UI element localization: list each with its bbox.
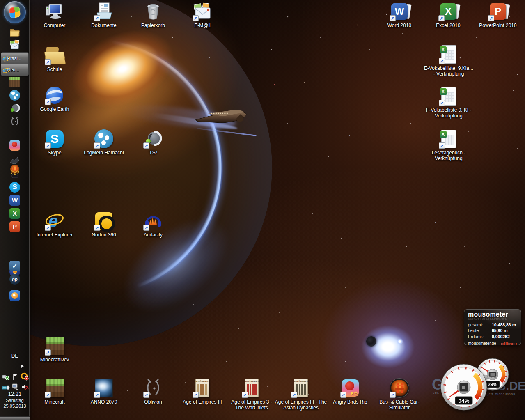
taskbar-icon-hp-tools[interactable]	[9, 274, 20, 285]
taskbar-icon-powerpoint[interactable]	[9, 221, 20, 232]
explorer-folder-icon	[9, 26, 21, 38]
desktop-icon-label: LogMeIn Hamachi	[84, 150, 124, 156]
taskbar-icon-skype[interactable]	[9, 182, 20, 193]
ram-gauge-value: 29%	[488, 382, 497, 387]
shortcut-arrow-icon	[340, 392, 346, 398]
recycle-bin-icon	[143, 2, 163, 21]
angry-birds-rio-icon	[340, 378, 360, 398]
shortcut-arrow-icon	[193, 392, 199, 398]
shortcut-arrow-icon	[439, 142, 445, 149]
system-tray	[1, 372, 29, 392]
shortcut-arrow-icon	[94, 142, 100, 149]
shortcut-arrow-icon	[94, 392, 100, 398]
desktop-icon-email[interactable]: E-M@il	[180, 2, 225, 28]
desktop-icon-aoe3[interactable]: Age of Empires III	[180, 378, 225, 405]
desktop-icon-anno-2070[interactable]: ANNO 2070	[81, 378, 126, 405]
desktop-icon-hamachi[interactable]: LogMeIn Hamachi	[81, 129, 126, 156]
mousometer-site-link[interactable]: mousometer.de	[468, 341, 496, 346]
excel-icon: X	[438, 2, 458, 21]
taskbar-explorer-button[interactable]	[0, 26, 30, 38]
taskbar-window-buttons: e Präsi... e Neu...	[1, 52, 29, 76]
mousometer-title: mousometer	[468, 311, 517, 318]
desktop-icon-oblivion[interactable]: Oblivion	[131, 378, 176, 405]
taskbar-icon-hamachi[interactable]	[9, 90, 20, 101]
audacity-icon	[143, 211, 163, 231]
show-hidden-icons-arrow[interactable]	[21, 365, 24, 368]
desktop-icon-minecraft[interactable]: Minecraft	[32, 378, 77, 405]
taskbar-icon-excel[interactable]	[9, 208, 20, 219]
mousometer-widget[interactable]: mousometer mousometer gesamt: 10.488,86 …	[464, 309, 521, 345]
desktop-icon-excel-2010[interactable]: X Excel 2010	[426, 2, 471, 28]
age-of-empires-3-icon	[193, 378, 212, 398]
desktop-icon-lesetagebuch[interactable]: Lesetagebuch - Verknüpfung	[426, 129, 471, 161]
taskbar-icon-teamspeak[interactable]	[9, 103, 20, 114]
desktop-icon-e-vokabelliste[interactable]: E-Vokabelliste_9.Kla... - Verknüpfung	[423, 44, 474, 77]
desktop-icon-word-2010[interactable]: W Word 2010	[377, 2, 422, 28]
shortcut-arrow-icon	[45, 392, 51, 398]
taskbar-icon-checkmark-app[interactable]	[9, 261, 20, 271]
desktop-icon-computer[interactable]: Computer	[32, 2, 77, 28]
desktop-icon-label: Age of Empires III - The Asian Dynasties	[274, 399, 328, 411]
desktop-icon-dokumente[interactable]: Dokumente	[81, 2, 126, 28]
desktop-icon-label: Minecraft	[44, 399, 64, 405]
desktop-icon-label: TS³	[149, 150, 157, 156]
action-center-flag-icon[interactable]	[11, 372, 19, 382]
internet-explorer-icon: e	[45, 211, 64, 231]
taskbar-icon-anno-eagle[interactable]	[9, 156, 20, 166]
mousometer-offline-status[interactable]: offline ›	[501, 341, 517, 346]
wallpaper-dark-moon	[366, 336, 376, 347]
taskbar-window-praesi[interactable]: e Präsi...	[1, 53, 28, 64]
cpu-gauge-widget[interactable]: 04%	[439, 363, 488, 412]
desktop-icon-label: Google Earth	[40, 106, 69, 112]
shortcut-arrow-icon	[45, 99, 51, 105]
desktop-icon-internet-explorer[interactable]: e Internet Explorer	[32, 211, 77, 238]
mousometer-title-reflection: mousometer	[468, 318, 517, 321]
shortcut-arrow-icon	[143, 225, 149, 231]
desktop-icon-papierkorb[interactable]: Papierkorb	[131, 2, 176, 28]
taskbar-icon-media-player[interactable]	[9, 290, 20, 301]
desktop-icon-skype[interactable]: Skype	[32, 129, 77, 156]
norton-alert-icon[interactable]	[21, 372, 29, 382]
wallpaper-watermark-sub: des	[433, 391, 439, 395]
taskbar-icon-word[interactable]	[9, 195, 20, 206]
taskbar-icon-oblivion[interactable]	[9, 116, 20, 127]
desktop-icon-angry-birds-rio[interactable]: Angry Birds Rio	[328, 378, 373, 405]
desktop-icon-aoe3-warchiefs[interactable]: Age of Empires 3 - The WarChiefs	[227, 378, 276, 411]
start-button[interactable]	[4, 1, 26, 23]
shortcut-arrow-icon	[143, 142, 149, 149]
usb-device-icon[interactable]	[2, 372, 10, 382]
minecraft-icon	[45, 378, 64, 398]
desktop-icon-powerpoint-2010[interactable]: P PowerPoint 2010	[475, 2, 520, 28]
desktop-icon-f-vokabelliste[interactable]: F-Vokabelliste 9. Kl - Verknüpfung	[423, 86, 474, 119]
age-of-empires-warchiefs-icon	[242, 378, 261, 398]
desktop-icon-audacity[interactable]: Audacity	[131, 211, 176, 238]
shortcut-arrow-icon	[291, 392, 297, 398]
cpu-gauge-value: 04%	[458, 398, 469, 404]
desktop-icon-label: Oblivion	[144, 399, 162, 405]
taskbar-window-neu[interactable]: e Neu...	[1, 64, 28, 76]
desktop-icon-schule[interactable]: Schule	[32, 46, 77, 72]
desktop-icon-minecraftdev[interactable]: MinecraftDev	[32, 336, 77, 363]
desktop-icon-bus-simulator[interactable]: Bus- & Cable Car-Simulator	[377, 378, 422, 411]
desktop-icon-label: Internet Explorer	[37, 232, 73, 238]
desktop-icon-teamspeak[interactable]: TS³	[131, 129, 176, 156]
desktop-icon-label: Word 2010	[387, 23, 411, 28]
language-indicator[interactable]: DE	[0, 353, 30, 359]
taskbar-icon-angry-birds[interactable]	[9, 140, 20, 151]
taskbar-clock[interactable]: 12:21 Samstag 25.05.2013	[0, 391, 30, 409]
taskbar-mail-button[interactable]	[0, 39, 30, 50]
taskbar: e Präsi... e Neu...	[0, 0, 30, 420]
desktop-icon-norton-360[interactable]: Norton 360	[81, 211, 126, 238]
desktop-icon-aoe3-asian-dynasties[interactable]: Age of Empires III - The Asian Dynasties	[274, 378, 328, 411]
desktop-icon-label: Audacity	[144, 232, 163, 238]
internet-explorer-icon: e	[3, 66, 6, 74]
desktop-icon-google-earth[interactable]: Google Earth	[32, 85, 77, 112]
clock-time: 12:21	[0, 391, 30, 397]
mousometer-row-erdumrundung: Erdumr.: 0,000262	[468, 334, 517, 339]
taskbar-icon-samurai-helmet[interactable]	[9, 169, 20, 179]
show-desktop-button[interactable]	[0, 416, 30, 420]
taskbar-icon-minecraft[interactable]	[9, 77, 20, 87]
live-mail-icon	[9, 39, 21, 50]
desktop-icon-label: Skype	[48, 150, 61, 156]
desktop-icon-label: Bus- & Cable Car-Simulator	[377, 399, 422, 411]
